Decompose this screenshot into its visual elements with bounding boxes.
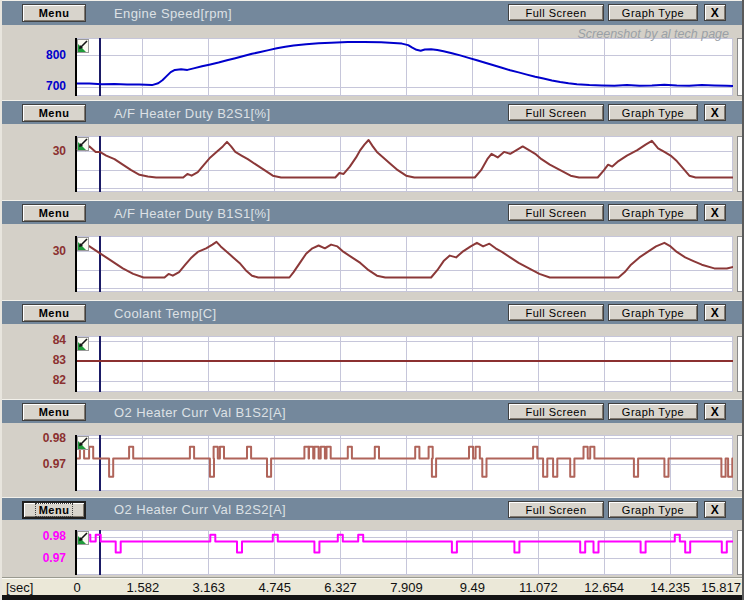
watermark-text: Screenshot by al tech page [578, 27, 730, 41]
panel-header-coolant-temp-c: MenuCoolant Temp[C]Full ScreenGraph Type… [2, 300, 742, 324]
panel-title-a-f-heater-duty-b2s1: A/F Heater Duty B2S1[%] [114, 105, 271, 120]
start-flag-icon [77, 531, 89, 545]
close-button-coolant-temp-c[interactable]: X [704, 304, 726, 321]
close-button-a-f-heater-duty-b2s1[interactable]: X [704, 104, 726, 121]
panel-title-coolant-temp-c: Coolant Temp[C] [114, 305, 217, 320]
full-screen-button-a-f-heater-duty-b2s1-label: Full Screen [525, 107, 586, 119]
menu-button-a-f-heater-duty-b2s1-label: Menu [39, 107, 70, 119]
full-screen-button-a-f-heater-duty-b2s1[interactable]: Full Screen [508, 104, 604, 121]
close-button-engine-speed-rpm-label: X [711, 6, 720, 20]
close-button-o2-heater-curr-val-b1s2-a-label: X [711, 405, 720, 419]
time-tick-4: 6.327 [324, 580, 357, 595]
graph-type-button-o2-heater-curr-val-b2s2-a-label: Graph Type [622, 504, 684, 516]
menu-button-o2-heater-curr-val-b1s2-a[interactable]: Menu [22, 403, 86, 421]
ytick-engine-speed-rpm-0: 800 [2, 48, 66, 62]
plot-coolant-temp-c[interactable] [75, 336, 733, 392]
time-tick-7: 11.072 [519, 580, 558, 595]
plot-a-f-heater-duty-b2s1[interactable] [75, 136, 733, 192]
time-tick-10: 15.817 [701, 580, 741, 595]
close-button-a-f-heater-duty-b1s1-label: X [711, 206, 720, 220]
panel-resize-strip-coolant-temp-c[interactable] [737, 336, 744, 392]
panel-title-o2-heater-curr-val-b2s2-a: O2 Heater Curr Val B2S2[A] [114, 502, 286, 517]
full-screen-button-coolant-temp-c-label: Full Screen [525, 307, 586, 319]
panel-title-o2-heater-curr-val-b1s2-a: O2 Heater Curr Val B1S2[A] [114, 404, 286, 419]
close-button-o2-heater-curr-val-b2s2-a[interactable]: X [704, 501, 726, 518]
menu-button-coolant-temp-c[interactable]: Menu [22, 304, 86, 322]
close-button-coolant-temp-c-label: X [711, 306, 720, 320]
time-tick-1: 1.582 [127, 580, 160, 595]
start-flag-icon [77, 39, 89, 53]
menu-button-a-f-heater-duty-b2s1[interactable]: Menu [22, 104, 86, 122]
full-screen-button-a-f-heater-duty-b1s1-label: Full Screen [525, 207, 586, 219]
panel-header-o2-heater-curr-val-b2s2-a: MenuO2 Heater Curr Val B2S2[A]Full Scree… [2, 497, 742, 520]
graph-type-button-a-f-heater-duty-b2s1-label: Graph Type [622, 107, 684, 119]
panel-header-o2-heater-curr-val-b1s2-a: MenuO2 Heater Curr Val B1S2[A]Full Scree… [2, 399, 742, 423]
ytick-a-f-heater-duty-b1s1-0: 30 [2, 244, 66, 258]
time-axis-unit-label: [sec] [6, 580, 33, 595]
full-screen-button-coolant-temp-c[interactable]: Full Screen [508, 304, 604, 321]
full-screen-button-engine-speed-rpm[interactable]: Full Screen [508, 4, 604, 21]
panel-resize-strip-engine-speed-rpm[interactable] [737, 38, 744, 96]
panel-header-engine-speed-rpm: MenuEngine Speed[rpm]Full ScreenGraph Ty… [2, 0, 742, 25]
ytick-coolant-temp-c-1: 83 [2, 353, 66, 367]
panel-resize-strip-a-f-heater-duty-b1s1[interactable] [737, 236, 744, 292]
graph-type-button-o2-heater-curr-val-b2s2-a[interactable]: Graph Type [608, 501, 698, 518]
graph-type-button-o2-heater-curr-val-b1s2-a-label: Graph Type [622, 406, 684, 418]
menu-button-a-f-heater-duty-b1s1-label: Menu [39, 207, 70, 219]
graph-type-button-coolant-temp-c-label: Graph Type [622, 307, 684, 319]
time-axis: [sec] 01.5823.1634.7456.3277.9099.4911.0… [2, 577, 742, 596]
full-screen-button-o2-heater-curr-val-b2s2-a-label: Full Screen [525, 504, 586, 516]
menu-button-o2-heater-curr-val-b2s2-a-label: Menu [36, 504, 73, 516]
menu-button-coolant-temp-c-label: Menu [39, 307, 70, 319]
full-screen-button-o2-heater-curr-val-b1s2-a[interactable]: Full Screen [508, 403, 604, 420]
full-screen-button-o2-heater-curr-val-b1s2-a-label: Full Screen [525, 406, 586, 418]
menu-button-engine-speed-rpm-label: Menu [39, 7, 70, 19]
graph-type-button-engine-speed-rpm-label: Graph Type [622, 7, 684, 19]
full-screen-button-a-f-heater-duty-b1s1[interactable]: Full Screen [508, 204, 604, 221]
panel-resize-strip-o2-heater-curr-val-b1s2-a[interactable] [737, 435, 744, 491]
panel-title-engine-speed-rpm: Engine Speed[rpm] [114, 6, 232, 21]
start-flag-icon [77, 137, 89, 151]
graph-type-button-engine-speed-rpm[interactable]: Graph Type [608, 4, 698, 21]
full-screen-button-engine-speed-rpm-label: Full Screen [525, 7, 586, 19]
ytick-coolant-temp-c-2: 82 [2, 373, 66, 387]
time-tick-0: 0 [73, 580, 80, 595]
diagnostic-graph-window: LC200 (URJ202-) a'12 (1UR-FE) Screenshot… [0, 0, 744, 600]
close-button-a-f-heater-duty-b1s1[interactable]: X [704, 204, 726, 221]
graph-type-button-coolant-temp-c[interactable]: Graph Type [608, 304, 698, 321]
ytick-coolant-temp-c-0: 84 [2, 333, 66, 347]
start-flag-icon [77, 436, 89, 450]
close-button-o2-heater-curr-val-b1s2-a[interactable]: X [704, 403, 726, 420]
menu-button-o2-heater-curr-val-b2s2-a[interactable]: Menu [22, 501, 86, 519]
time-tick-9: 14.235 [650, 580, 690, 595]
start-flag-icon [77, 237, 89, 251]
bottom-bar [2, 595, 742, 600]
close-button-a-f-heater-duty-b2s1-label: X [711, 106, 720, 120]
time-tick-8: 12.654 [584, 580, 624, 595]
close-button-engine-speed-rpm[interactable]: X [704, 4, 726, 21]
panel-resize-strip-o2-heater-curr-val-b2s2-a[interactable] [737, 530, 744, 575]
menu-button-a-f-heater-duty-b1s1[interactable]: Menu [22, 204, 86, 222]
graph-type-button-a-f-heater-duty-b1s1[interactable]: Graph Type [608, 204, 698, 221]
ytick-o2-heater-curr-val-b2s2-a-0: 0.98 [2, 529, 66, 543]
menu-button-engine-speed-rpm[interactable]: Menu [22, 4, 86, 22]
plot-o2-heater-curr-val-b1s2-a[interactable] [75, 435, 733, 491]
ytick-o2-heater-curr-val-b1s2-a-0: 0.98 [2, 431, 66, 445]
panel-title-a-f-heater-duty-b1s1: A/F Heater Duty B1S1[%] [114, 205, 271, 220]
time-tick-3: 4.745 [258, 580, 291, 595]
full-screen-button-o2-heater-curr-val-b2s2-a[interactable]: Full Screen [508, 501, 604, 518]
time-tick-2: 3.163 [193, 580, 226, 595]
plot-a-f-heater-duty-b1s1[interactable] [75, 236, 733, 292]
close-button-o2-heater-curr-val-b2s2-a-label: X [711, 503, 720, 517]
start-flag-icon [77, 337, 89, 351]
ytick-o2-heater-curr-val-b1s2-a-1: 0.97 [2, 457, 66, 471]
panel-header-a-f-heater-duty-b1s1: MenuA/F Heater Duty B1S1[%]Full ScreenGr… [2, 200, 742, 224]
panel-resize-strip-a-f-heater-duty-b2s1[interactable] [737, 136, 744, 192]
menu-button-o2-heater-curr-val-b1s2-a-label: Menu [39, 406, 70, 418]
panel-header-a-f-heater-duty-b2s1: MenuA/F Heater Duty B2S1[%]Full ScreenGr… [2, 100, 742, 124]
plot-o2-heater-curr-val-b2s2-a[interactable] [75, 530, 733, 575]
ytick-o2-heater-curr-val-b2s2-a-1: 0.97 [2, 551, 66, 565]
plot-engine-speed-rpm[interactable] [75, 38, 733, 96]
graph-type-button-a-f-heater-duty-b2s1[interactable]: Graph Type [608, 104, 698, 121]
graph-type-button-o2-heater-curr-val-b1s2-a[interactable]: Graph Type [608, 403, 698, 420]
